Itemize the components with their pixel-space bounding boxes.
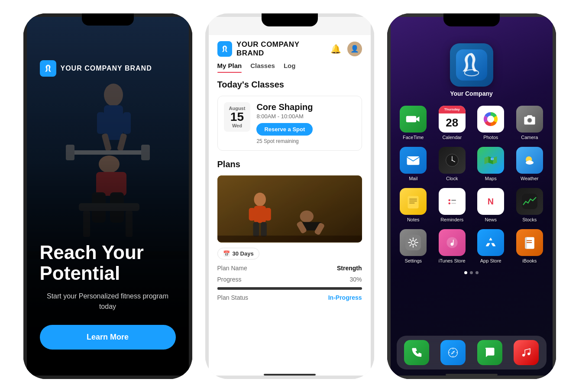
plan-image bbox=[217, 175, 362, 243]
today-classes-title: Today's Classes bbox=[217, 80, 362, 90]
dock-phone[interactable] bbox=[400, 340, 433, 365]
user-avatar[interactable]: 👤 bbox=[347, 42, 362, 56]
phone-icon bbox=[404, 340, 429, 365]
hero-subtitle: Start your Personalized fitness program … bbox=[40, 291, 176, 312]
photos-label: Photos bbox=[483, 135, 498, 140]
notch-3 bbox=[443, 13, 500, 26]
hero-section: Reach Your Potential Start your Personal… bbox=[40, 242, 176, 358]
svg-rect-30 bbox=[217, 235, 362, 242]
app-facetime[interactable]: FaceTime bbox=[398, 106, 430, 140]
class-name: Core Shaping bbox=[256, 102, 355, 112]
notch-2 bbox=[262, 13, 318, 26]
music-icon bbox=[514, 340, 539, 365]
notch-1 bbox=[82, 13, 134, 26]
svg-rect-51 bbox=[409, 202, 415, 203]
app-maps[interactable]: 360 Maps bbox=[475, 147, 507, 181]
svg-point-71 bbox=[453, 352, 454, 353]
app-appstore[interactable]: App Store bbox=[475, 229, 507, 263]
svg-point-73 bbox=[527, 353, 530, 355]
svg-point-63 bbox=[446, 237, 457, 248]
news-label: News bbox=[485, 217, 497, 222]
svg-point-53 bbox=[448, 199, 450, 201]
app-settings[interactable]: Settings bbox=[398, 229, 430, 263]
date-dow: Wed bbox=[229, 123, 246, 128]
status-value: In-Progress bbox=[328, 294, 362, 301]
svg-rect-54 bbox=[451, 200, 456, 201]
tab-log[interactable]: Log bbox=[284, 62, 296, 73]
class-info: Core Shaping 8:00AM - 10:00AM Reserve a … bbox=[256, 102, 355, 144]
app-ibooks[interactable]: iBooks bbox=[514, 229, 546, 263]
progress-bar bbox=[217, 287, 362, 290]
app-news[interactable]: N News bbox=[475, 188, 507, 222]
dock-messages[interactable] bbox=[473, 340, 507, 365]
brand-name-2: YOUR COMPANY BRAND bbox=[236, 40, 325, 58]
learn-more-button[interactable]: Learn More bbox=[40, 325, 176, 350]
phone1-content: YOUR COMPANY BRAND Reach Your Potential … bbox=[40, 43, 176, 358]
date-day: 15 bbox=[229, 111, 246, 123]
date-block: August 15 Wed bbox=[224, 102, 251, 132]
progress-label: Progress bbox=[217, 276, 242, 283]
dock bbox=[397, 336, 547, 369]
settings-label: Settings bbox=[404, 258, 422, 263]
safari-icon bbox=[440, 340, 466, 365]
progress-bar-fill bbox=[217, 287, 261, 290]
mail-label: Mail bbox=[409, 176, 417, 181]
class-card: August 15 Wed Core Shaping 8:00AM - 10:0… bbox=[217, 96, 362, 151]
plan-status-row: Plan Status In-Progress bbox=[217, 294, 362, 301]
appstore-label: App Store bbox=[480, 258, 501, 263]
svg-rect-23 bbox=[265, 208, 271, 220]
app-itunes[interactable]: iTunes Store bbox=[436, 229, 468, 263]
page-dots bbox=[391, 268, 553, 278]
plan-name-value: Strength bbox=[337, 265, 362, 272]
clock-icon bbox=[439, 147, 466, 174]
app-calendar[interactable]: Thursday 28 Calendar bbox=[436, 106, 468, 140]
svg-point-26 bbox=[300, 210, 313, 222]
page-dot-2 bbox=[470, 271, 473, 274]
app-camera[interactable]: Camera bbox=[514, 106, 546, 140]
app-mail[interactable]: Mail bbox=[398, 147, 430, 181]
facetime-label: FaceTime bbox=[403, 135, 424, 140]
svg-rect-19 bbox=[217, 176, 362, 242]
plans-section: Plans bbox=[217, 159, 362, 301]
svg-point-55 bbox=[448, 202, 450, 204]
phone-1-fitness: YOUR COMPANY BRAND Reach Your Potential … bbox=[23, 13, 192, 379]
svg-rect-64 bbox=[483, 235, 498, 250]
bell-icon[interactable]: 🔔 bbox=[330, 43, 342, 55]
ibooks-label: iBooks bbox=[522, 258, 537, 263]
app-stocks[interactable]: Stocks bbox=[514, 188, 546, 222]
home-indicator-2 bbox=[264, 374, 316, 376]
brand-icon-1 bbox=[40, 60, 56, 77]
app-weather[interactable]: Weather bbox=[514, 147, 546, 181]
app-notes[interactable]: Notes bbox=[398, 188, 430, 222]
mail-icon bbox=[400, 147, 427, 174]
weather-label: Weather bbox=[521, 176, 538, 181]
itunes-icon bbox=[439, 229, 466, 256]
svg-point-34 bbox=[488, 117, 493, 121]
reserve-button[interactable]: Reserve a Spot bbox=[256, 123, 313, 136]
svg-rect-25 bbox=[261, 222, 267, 236]
svg-rect-48 bbox=[408, 196, 419, 208]
calendar-label: Calendar bbox=[442, 135, 462, 140]
page-dot-1 bbox=[464, 271, 467, 274]
svg-rect-52 bbox=[446, 197, 457, 207]
home-indicator-3 bbox=[446, 374, 498, 376]
reminders-icon bbox=[439, 188, 466, 215]
hero-app-icon[interactable] bbox=[450, 43, 493, 87]
svg-text:N: N bbox=[488, 197, 494, 206]
phone1-header: YOUR COMPANY BRAND bbox=[40, 60, 176, 77]
app-clock[interactable]: Clock bbox=[436, 147, 468, 181]
app-header: YOUR COMPANY BRAND 🔔 👤 bbox=[209, 35, 371, 58]
app-reminders[interactable]: Reminders bbox=[436, 188, 468, 222]
plans-title: Plans bbox=[217, 159, 362, 169]
svg-rect-67 bbox=[525, 237, 527, 249]
dock-music[interactable] bbox=[510, 340, 543, 365]
app-photos[interactable]: Photos bbox=[475, 106, 507, 140]
app-body: Today's Classes August 15 Wed Core Shapi… bbox=[209, 73, 371, 376]
tab-my-plan[interactable]: My Plan bbox=[217, 62, 242, 73]
page-dot-3 bbox=[475, 271, 479, 274]
calendar-icon: Thursday 28 bbox=[439, 106, 466, 133]
svg-rect-60 bbox=[522, 194, 537, 209]
dock-safari[interactable] bbox=[437, 340, 470, 365]
tab-classes[interactable]: Classes bbox=[250, 62, 275, 73]
stocks-label: Stocks bbox=[522, 217, 537, 222]
